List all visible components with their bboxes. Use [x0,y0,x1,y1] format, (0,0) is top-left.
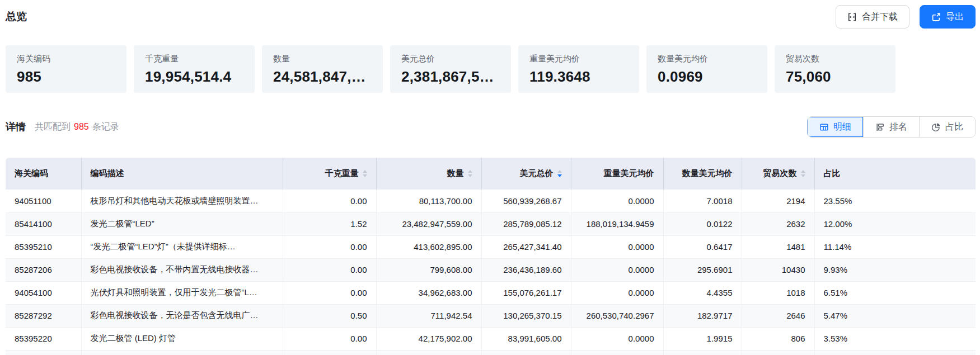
table-row: 85414100发光二极管“LED”1.5223,482,947,559.002… [6,212,976,235]
summary-card-label: 数量美元均价 [658,54,758,64]
summary-card: 海关编码 985 [6,45,126,93]
cell-description: 光伏灯具和照明装置，仅用于发光二极管“L… [81,281,283,304]
sort-carets-icon [801,170,805,177]
topbar: 总览 合并下载 [6,0,976,34]
export-icon [931,12,941,22]
cell-usd-total: 83,991,605.00 [481,327,571,350]
cell-trade-count: 2632 [742,212,814,235]
cell-trade-count: 1018 [742,281,814,304]
results-table-wrap: 海关编码编码描述千克重量数量美元总价重量美元均价数量美元均价贸易次数占比 940… [6,158,976,355]
cell-quantity: 34,962,683.00 [376,281,481,304]
sort-carets-icon [363,170,367,177]
cell-usd-total: 236,436,189.60 [481,258,571,281]
summary-card-label: 数量 [273,54,374,64]
cell-share: 9.93% [814,258,976,281]
cell-kg-weight: 0.00 [283,281,376,304]
cell-usd-per-unit: 0.0122 [663,212,742,235]
page-title: 总览 [6,10,27,24]
cell-hs-code: 85414100 [6,212,81,235]
cell-usd-total: 155,076,261.17 [481,281,571,304]
summary-card: 数量 24,581,847,… [262,45,383,93]
column-header-usd-per-unit: 数量美元均价 [663,158,742,190]
summary-card-value: 75,060 [786,68,887,86]
cell-empty [571,350,663,355]
results-table: 海关编码编码描述千克重量数量美元总价重量美元均价数量美元均价贸易次数占比 940… [6,158,976,355]
summary-card: 重量美元均价 119.3648 [518,45,639,93]
column-header-description: 编码描述 [81,158,283,190]
cell-hs-code: 94051100 [6,190,81,212]
column-header-trade-count[interactable]: 贸易次数 [742,158,814,190]
column-header-usd-total[interactable]: 美元总价 [481,158,571,190]
cell-kg-weight: 0.00 [283,235,376,258]
column-header-quantity[interactable]: 数量 [376,158,481,190]
cell-empty [742,350,814,355]
summary-card-label: 千克重量 [145,54,246,64]
cell-usd-per-kg: 0.0000 [571,281,663,304]
cell-trade-count: 10430 [742,258,814,281]
cell-description: 发光二极管“LED” [81,212,283,235]
column-label: 数量美元均价 [682,168,733,179]
cell-quantity: 80,113,700.00 [376,190,481,212]
tab-排名[interactable]: 排名 [863,117,919,137]
summary-card: 贸易次数 75,060 [775,45,895,93]
tab-明细[interactable]: 明细 [808,117,863,137]
cell-kg-weight: 0.50 [283,304,376,327]
cell-share: 6.51% [814,281,976,304]
merge-download-button[interactable]: 合并下载 [836,5,909,29]
cell-description: 枝形吊灯和其他电动天花板或墙壁照明装置… [81,190,283,212]
cell-empty [6,350,81,355]
cell-description: 彩色电视接收设备，无论是否包含无线电广… [81,304,283,327]
topbar-actions: 合并下载 导出 [836,5,976,29]
match-suffix: 条记录 [92,122,119,131]
cell-hs-code: 94054100 [6,281,81,304]
cell-trade-count: 806 [742,327,814,350]
match-count: 985 [74,122,89,131]
cell-share: 5.47% [814,304,976,327]
cell-description: 彩色电视接收设备，不带内置无线电接收器… [81,258,283,281]
cell-usd-total: 285,789,085.12 [481,212,571,235]
table-body: 94051100枝形吊灯和其他电动天花板或墙壁照明装置…0.0080,113,7… [6,190,976,355]
column-header-hs-code: 海关编码 [6,158,81,190]
tab-label: 占比 [945,121,963,133]
table-header-row: 海关编码编码描述千克重量数量美元总价重量美元均价数量美元均价贸易次数占比 [6,158,976,190]
cell-usd-per-unit: 4.4355 [663,281,742,304]
summary-card-label: 重量美元均价 [529,54,630,64]
summary-card: 数量美元均价 0.0969 [646,45,767,93]
cell-usd-per-kg: 0.0000 [571,235,663,258]
column-label: 贸易次数 [763,168,797,179]
tab-label: 排名 [889,121,907,133]
cell-kg-weight: 1.52 [283,212,376,235]
sort-carets-icon [557,170,562,177]
cell-kg-weight: 0.00 [283,190,376,212]
page: 总览 合并下载 [0,0,980,355]
details-title: 详情 [6,120,26,134]
cell-empty [81,350,283,355]
column-label: 美元总价 [520,168,554,179]
cell-hs-code: 85287206 [6,258,81,281]
cell-usd-total: 560,939,268.67 [481,190,571,212]
cell-empty [663,350,742,355]
table-icon [819,122,829,132]
column-header-share: 占比 [814,158,976,190]
summary-card-value: 2,381,867,5… [401,68,502,86]
cell-quantity: 799,608.00 [376,258,481,281]
cell-usd-per-unit: 295.6901 [663,258,742,281]
column-header-usd-per-kg: 重量美元均价 [571,158,663,190]
summary-card-label: 贸易次数 [786,54,887,64]
cell-empty [376,350,481,355]
column-label: 数量 [447,168,464,179]
cell-usd-per-kg: 260,530,740.2967 [571,304,663,327]
table-row: 85395210“发光二极管“LED”灯”（未提供详细标…0.00413,602… [6,235,976,258]
cell-trade-count: 2194 [742,190,814,212]
cell-empty [283,350,376,355]
cell-usd-per-kg: 0.0000 [571,258,663,281]
export-button[interactable]: 导出 [920,5,976,29]
cell-share: 23.55% [814,190,976,212]
column-label: 重量美元均价 [604,168,654,179]
cell-usd-total: 130,265,370.15 [481,304,571,327]
cell-kg-weight: 0.00 [283,258,376,281]
cell-share: 12.00% [814,212,976,235]
column-label: 占比 [824,168,841,179]
tab-占比[interactable]: 占比 [919,117,975,137]
column-header-kg-weight[interactable]: 千克重量 [283,158,376,190]
